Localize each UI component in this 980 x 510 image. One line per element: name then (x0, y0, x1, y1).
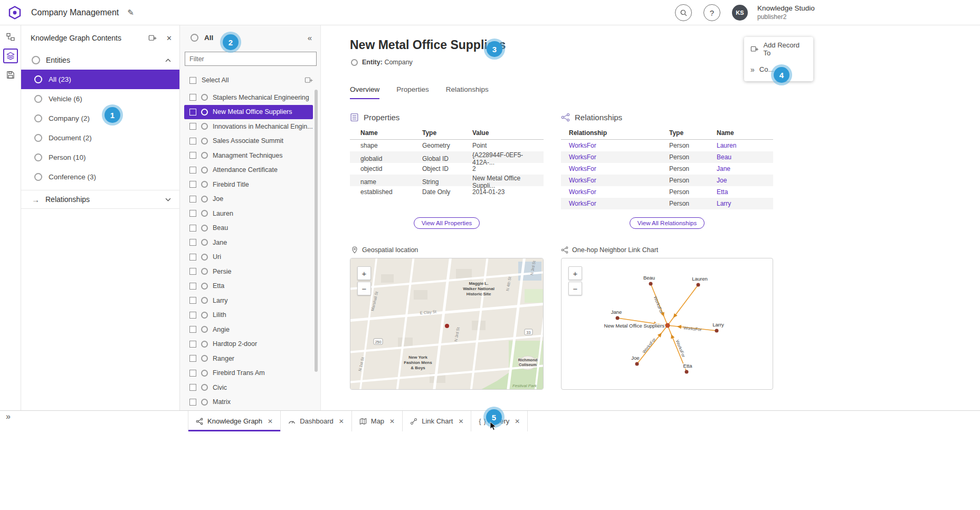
list-item[interactable]: Civic (180, 380, 320, 395)
item-checkbox[interactable] (189, 239, 196, 246)
entity-type-item-vehicle[interactable]: Vehicle (6) (21, 89, 179, 109)
list-item[interactable]: Lauren (180, 206, 320, 221)
close-panel-icon[interactable]: ✕ (166, 34, 172, 42)
entity-type-item-conference[interactable]: Conference (3) (21, 167, 179, 187)
item-checkbox[interactable] (189, 326, 196, 333)
search-button[interactable] (675, 4, 692, 21)
table-row[interactable]: WorksForPersonLarry (561, 198, 773, 209)
table-row[interactable]: nameStringNew Metal Office Suppli... (350, 175, 544, 186)
list-item[interactable]: Etta (180, 279, 320, 294)
list-item[interactable]: Managment Techniques (180, 148, 320, 163)
item-checkbox[interactable] (189, 384, 196, 391)
list-item[interactable]: Beau (180, 221, 320, 236)
list-item[interactable]: Firebird Trans Am (180, 366, 320, 381)
view-tab-link-chart[interactable]: Link Chart ✕ (403, 411, 471, 431)
link-chart-canvas[interactable]: WorksFor WorksFor WorksFor WorksFor (561, 258, 773, 390)
close-tab-icon[interactable]: ✕ (458, 418, 463, 425)
select-all-row[interactable]: Select All (180, 72, 320, 88)
item-checkbox[interactable] (189, 297, 196, 304)
list-item[interactable]: Innovations in Mechanical Engin... (180, 119, 320, 134)
filter-input[interactable] (185, 52, 317, 66)
item-checkbox[interactable] (189, 355, 196, 362)
list-item[interactable]: Matrix (180, 395, 320, 410)
entity-type-item-company[interactable]: Company (2) (21, 109, 179, 128)
item-checkbox[interactable] (189, 268, 196, 275)
item-checkbox[interactable] (189, 109, 196, 116)
table-row[interactable]: shapeGeometryPoint (350, 140, 544, 151)
chevron-down-icon[interactable] (165, 198, 171, 201)
item-checkbox[interactable] (189, 341, 196, 348)
tab-properties[interactable]: Properties (396, 85, 429, 99)
item-checkbox[interactable] (189, 254, 196, 261)
item-checkbox[interactable] (189, 283, 196, 290)
tab-relationships[interactable]: Relationships (446, 85, 489, 99)
list-item[interactable]: Angie (180, 322, 320, 337)
view-all-properties-button[interactable]: View All Properties (414, 217, 480, 229)
chevron-up-icon[interactable] (165, 59, 171, 62)
list-item[interactable]: Joe (180, 192, 320, 207)
entity-type-item-all[interactable]: All (23) (21, 70, 179, 89)
center-node[interactable] (665, 323, 670, 328)
expand-rail-icon[interactable]: » (6, 412, 11, 421)
close-tab-icon[interactable]: ✕ (268, 418, 273, 425)
relationships-section-header[interactable]: → Relationships (21, 190, 179, 209)
edit-title-icon[interactable]: ✎ (127, 8, 134, 17)
item-checkbox[interactable] (189, 225, 196, 232)
view-tab-dashboard[interactable]: Dashboard ✕ (281, 411, 352, 431)
tab-overview[interactable]: Overview (350, 85, 379, 99)
list-item[interactable]: Persie (180, 264, 320, 279)
list-item[interactable]: Larry (180, 293, 320, 308)
close-tab-icon[interactable]: ✕ (389, 418, 395, 425)
help-button[interactable]: ? (703, 4, 720, 21)
item-checkbox[interactable] (189, 167, 196, 174)
list-item[interactable]: Sales Associate Summit (180, 134, 320, 149)
view-tab-knowledge-graph[interactable]: Knowledge Graph ✕ (188, 411, 281, 431)
avatar[interactable]: KS (732, 5, 748, 21)
table-row[interactable]: globalidGlobal ID{A228944F-0EF5-412A-... (350, 151, 544, 163)
entity-type-item-person[interactable]: Person (10) (21, 148, 179, 167)
item-checkbox[interactable] (189, 370, 196, 377)
hierarchy-tool-button[interactable] (3, 30, 18, 44)
table-row[interactable]: establishedDate Only2014-01-23 (350, 186, 544, 198)
table-row[interactable]: WorksForPersonEtta (561, 186, 773, 198)
select-all-checkbox[interactable] (189, 77, 196, 84)
zoom-in-button[interactable]: + (357, 266, 371, 280)
close-tab-icon[interactable]: ✕ (339, 418, 344, 425)
item-checkbox[interactable] (189, 210, 196, 217)
zoom-in-button[interactable]: + (568, 266, 582, 280)
item-checkbox[interactable] (189, 138, 196, 145)
zoom-out-button[interactable]: − (357, 282, 371, 295)
item-checkbox[interactable] (189, 94, 196, 101)
add-record-icon[interactable] (305, 76, 313, 84)
table-row[interactable]: WorksForPersonJoe (561, 175, 773, 186)
list-item[interactable]: Hardtop 2-door (180, 337, 320, 352)
list-item[interactable]: Jane (180, 235, 320, 250)
map-canvas[interactable]: 250 33 N 3rd St N 4th St E Clay St Marsh… (350, 258, 544, 390)
save-tool-button[interactable] (3, 68, 18, 82)
add-record-icon[interactable] (148, 34, 157, 42)
item-checkbox[interactable] (189, 152, 196, 159)
table-row[interactable]: objectidObject ID2 (350, 163, 544, 175)
list-item[interactable]: Uri (180, 250, 320, 265)
list-item[interactable]: Staplers Mechanical Engineering (180, 90, 320, 105)
zoom-out-button[interactable]: − (568, 282, 582, 295)
item-checkbox[interactable] (189, 312, 196, 319)
entity-type-item-document[interactable]: Document (2) (21, 128, 179, 148)
item-checkbox[interactable] (189, 123, 196, 130)
table-row[interactable]: WorksForPersonLauren (561, 140, 773, 151)
table-row[interactable]: WorksForPersonJane (561, 163, 773, 175)
table-row[interactable]: WorksForPersonBeau (561, 151, 773, 163)
scrollbar-thumb[interactable] (315, 90, 318, 372)
view-all-relationships-button[interactable]: View All Relationships (630, 217, 705, 229)
item-checkbox[interactable] (189, 399, 196, 406)
menu-item-add-record-to[interactable]: Add Record To (744, 39, 813, 59)
list-item-selected[interactable]: New Metal Office Suppliers (184, 105, 313, 120)
close-tab-icon[interactable]: ✕ (515, 418, 520, 425)
item-checkbox[interactable] (189, 181, 196, 188)
list-item[interactable]: Firebird Title (180, 177, 320, 192)
view-tab-map[interactable]: Map ✕ (352, 411, 403, 431)
entities-section-header[interactable]: Entities (21, 51, 179, 70)
list-item[interactable]: Lilith (180, 308, 320, 323)
contents-tool-button[interactable] (3, 49, 18, 63)
collapse-panel-icon[interactable]: « (308, 33, 312, 42)
